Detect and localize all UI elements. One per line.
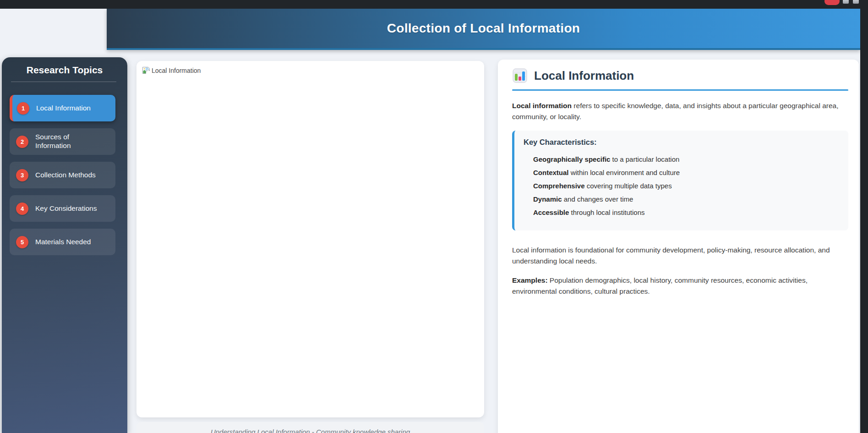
image-card: Local Information bbox=[136, 61, 484, 417]
item-number-badge: 1 bbox=[17, 102, 29, 115]
browser-topbar bbox=[0, 0, 868, 9]
bar-chart-icon bbox=[512, 68, 528, 83]
examples-rest: Population demographics, local history, … bbox=[512, 276, 808, 295]
content-header: Local Information bbox=[512, 68, 848, 83]
item-number-badge: 3 bbox=[16, 169, 28, 181]
keybox-item: Contextual within local environment and … bbox=[533, 166, 838, 179]
content-title: Local Information bbox=[534, 69, 634, 83]
image-alt-text: Local Information bbox=[152, 67, 201, 74]
examples-paragraph: Examples: Population demographics, local… bbox=[512, 275, 848, 297]
keybox-item-rest: and changes over time bbox=[562, 195, 633, 203]
sidebar-item-label: Materials Needed bbox=[35, 238, 91, 247]
sidebar-item-collection-methods[interactable]: 3 Collection Methods bbox=[10, 162, 115, 188]
item-number-badge: 4 bbox=[16, 203, 28, 215]
sidebar-item-label: Collection Methods bbox=[35, 171, 96, 180]
keybox-item-bold: Comprehensive bbox=[533, 182, 585, 190]
broken-image-placeholder: Local Information bbox=[142, 66, 479, 74]
sidebar-title: Research Topics bbox=[2, 65, 127, 76]
sidebar: Research Topics 1 Local Information 2 So… bbox=[2, 57, 127, 433]
extension-icon[interactable] bbox=[843, 0, 849, 4]
figure-caption-box: Understanding Local Information - Commun… bbox=[136, 422, 484, 433]
record-indicator-icon[interactable] bbox=[824, 0, 840, 5]
sidebar-divider bbox=[11, 82, 116, 82]
keybox-item-rest: covering multiple data types bbox=[585, 182, 672, 190]
sidebar-item-sources-of-information[interactable]: 2 Sources of Information bbox=[10, 128, 115, 155]
sidebar-item-materials-needed[interactable]: 5 Materials Needed bbox=[10, 229, 115, 255]
item-number-badge: 5 bbox=[16, 236, 28, 248]
broken-image-icon bbox=[142, 66, 150, 74]
intro-paragraph: Local information refers to specific kno… bbox=[512, 100, 848, 123]
keybox-item: Comprehensive covering multiple data typ… bbox=[533, 179, 838, 192]
title-underline bbox=[512, 89, 848, 91]
intro-bold: Local information bbox=[512, 102, 572, 110]
scrollbar-track[interactable] bbox=[860, 0, 868, 433]
keybox-item: Geographically specific to a particular … bbox=[533, 153, 838, 166]
sidebar-item-local-information[interactable]: 1 Local Information bbox=[10, 95, 115, 121]
foundation-paragraph: Local information is foundational for co… bbox=[512, 245, 848, 267]
keybox-item-rest: through local institutions bbox=[569, 208, 644, 216]
sidebar-item-label: Key Considerations bbox=[35, 204, 97, 213]
sidebar-item-key-considerations[interactable]: 4 Key Considerations bbox=[10, 195, 115, 222]
sidebar-item-label: Sources of Information bbox=[35, 133, 106, 150]
page-header: Collection of Local Information bbox=[107, 9, 860, 50]
keybox-list: Geographically specific to a particular … bbox=[524, 153, 838, 219]
figure-column: Local Information Understanding Local In… bbox=[136, 61, 484, 433]
keybox-item-bold: Geographically specific bbox=[533, 155, 610, 163]
key-characteristics-box: Key Characteristics: Geographically spec… bbox=[512, 131, 848, 230]
page-title: Collection of Local Information bbox=[387, 21, 580, 36]
keybox-item-rest: within local environment and culture bbox=[569, 169, 680, 176]
keybox-item-bold: Contextual bbox=[533, 169, 569, 176]
keybox-heading: Key Characteristics: bbox=[524, 138, 838, 147]
sidebar-item-label: Local Information bbox=[36, 104, 91, 113]
examples-bold: Examples: bbox=[512, 276, 548, 284]
keybox-item-bold: Accessible bbox=[533, 208, 569, 216]
figure-caption: Understanding Local Information - Commun… bbox=[211, 428, 410, 433]
keybox-item-bold: Dynamic bbox=[533, 195, 562, 203]
content-panel: Local Information Local information refe… bbox=[498, 60, 859, 433]
extension-icon[interactable] bbox=[853, 0, 859, 4]
keybox-item: Dynamic and changes over time bbox=[533, 192, 838, 206]
item-number-badge: 2 bbox=[16, 136, 28, 148]
keybox-item: Accessible through local institutions bbox=[533, 206, 838, 219]
keybox-item-rest: to a particular location bbox=[610, 155, 679, 163]
